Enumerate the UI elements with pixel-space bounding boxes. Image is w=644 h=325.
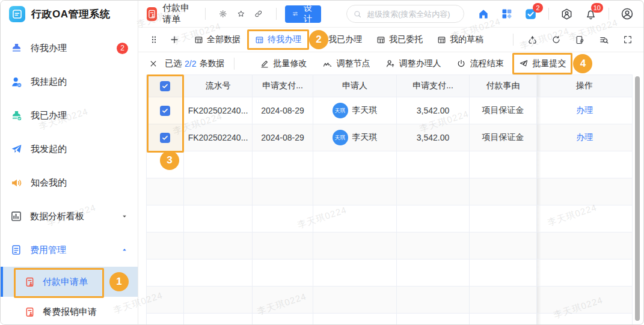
selected-count: 2/2 [185, 59, 196, 68]
column-header-applicant[interactable]: 申请人 [313, 75, 397, 97]
row-checkbox[interactable] [160, 106, 170, 116]
adjust-node-button[interactable]: 调整节点 [322, 58, 370, 69]
avatar-icon[interactable] [621, 7, 634, 20]
table-grid-icon [376, 35, 385, 44]
gear-icon[interactable] [219, 8, 227, 19]
search-icon [353, 10, 362, 19]
tab-my-done[interactable]: 我已办理 [316, 34, 362, 45]
empty-cell [397, 260, 470, 287]
date-cell: 2024-08-29 [253, 124, 313, 151]
empty-cell [147, 287, 184, 314]
grip-icon[interactable] [149, 35, 159, 44]
main-area: 付款申请单 设计 2 [138, 1, 643, 324]
empty-cell [313, 287, 397, 314]
view-tabbar: 全部数据 待我办理 2 我已办理 我已委托 我的草稿 [138, 28, 643, 52]
table-row[interactable]: FK202502240... 2024-08-29 天琪李天琪 3,542.00… [147, 97, 633, 124]
selected-prefix: 已选 [165, 58, 182, 69]
todo-count-badge: 2 [117, 43, 128, 54]
batch-submit-button[interactable]: 批量提交 4 [519, 58, 566, 69]
empty-cell [313, 260, 397, 287]
handle-link[interactable]: 办理 [576, 132, 593, 142]
row-checkbox[interactable] [160, 133, 170, 143]
sidebar-item-label: 我发起的 [31, 144, 67, 155]
empty-cell [397, 232, 470, 260]
sidebar-subitem-label: 付款申请单 [43, 276, 88, 288]
select-all-cell [147, 75, 184, 97]
select-all-checkbox[interactable] [160, 81, 170, 91]
sidebar-nav: 待我办理 2 我挂起的 我已办理 我发起的 知会我的 数据分析看板 [1, 27, 138, 325]
notification-badge: 10 [591, 3, 603, 13]
link-icon[interactable] [254, 8, 263, 19]
selected-suffix: 条数据 [199, 58, 224, 69]
topbar-icons: 2 10 [477, 7, 634, 20]
table-grid-icon [255, 35, 264, 44]
operation-cell: 办理 [537, 97, 633, 124]
refresh-icon[interactable] [551, 35, 561, 44]
sidebar-item-label: 我挂起的 [31, 76, 67, 88]
sidebar-item-suspended[interactable]: 我挂起的 [1, 65, 138, 99]
sidebar-item-meal-reimburse[interactable]: 餐费报销申请 [1, 297, 138, 325]
tab-my-drafts[interactable]: 我的草稿 [437, 34, 483, 45]
app-logo-icon [9, 6, 25, 22]
sidebar-item-todo[interactable]: 待我办理 2 [1, 31, 138, 65]
oa-app-window: 行政OA管理系统 待我办理 2 我挂起的 我已办理 我发起的 知会我 [0, 0, 644, 325]
page-title: 付款申请单 [162, 2, 197, 25]
column-header-pay-amount[interactable]: 申请支付... [397, 75, 470, 97]
sidebar-group-expense[interactable]: 费用管理 [1, 233, 138, 267]
search-input[interactable] [366, 9, 458, 19]
empty-cell [313, 178, 397, 205]
bell-icon[interactable]: 10 [584, 8, 597, 20]
sidebar-item-label: 我已办理 [31, 110, 67, 121]
recycle-icon[interactable] [527, 35, 538, 45]
sidebar-item-payment-request[interactable]: 付款申请单 1 [1, 267, 138, 297]
workbench-icon[interactable] [560, 8, 573, 20]
divider [276, 8, 277, 20]
empty-cell [147, 178, 184, 205]
empty-cell [537, 205, 633, 232]
empty-cell [184, 151, 253, 178]
batch-edit-button[interactable]: 批量修改 [260, 58, 307, 69]
sidebar-item-initiated[interactable]: 我发起的 [1, 132, 138, 166]
todo-check-icon[interactable]: 2 [524, 8, 537, 20]
empty-table-row [147, 260, 633, 287]
empty-cell [253, 287, 313, 314]
table-row[interactable]: FK202502240... 2024-08-29 天琪李天琪 3,542.00… [147, 124, 633, 151]
sidebar-item-done[interactable]: 我已办理 [1, 99, 138, 132]
stamp-icon [10, 42, 23, 55]
divider [548, 8, 549, 20]
table-vertical-scrollbar[interactable] [635, 76, 640, 321]
global-search[interactable] [346, 5, 464, 23]
home-icon[interactable] [477, 8, 489, 20]
add-view-icon[interactable] [170, 35, 179, 44]
empty-cell [184, 260, 253, 287]
empty-cell [470, 205, 537, 232]
column-header-operation[interactable]: 操作 [537, 75, 633, 97]
adjust-handler-button[interactable]: 调整办理人 [385, 58, 441, 69]
design-button[interactable]: 设计 [285, 5, 321, 23]
empty-cell [253, 314, 313, 325]
column-header-serial[interactable]: 流水号 [184, 75, 253, 97]
doc-link-icon[interactable] [575, 35, 585, 45]
empty-cell [147, 151, 184, 178]
clear-selection-icon[interactable] [149, 59, 158, 68]
apps-grid-icon[interactable] [501, 8, 513, 20]
tab-my-delegated[interactable]: 我已委托 [376, 34, 423, 45]
sidebar-item-notified[interactable]: 知会我的 [1, 166, 138, 199]
star-icon[interactable] [237, 8, 245, 19]
empty-cell [397, 205, 470, 232]
fullscreen-icon[interactable] [623, 35, 633, 44]
tab-all-data[interactable]: 全部数据 [194, 34, 241, 45]
check-icon [161, 107, 169, 115]
sidebar-item-dashboard[interactable]: 数据分析看板 [1, 199, 138, 233]
handle-link[interactable]: 办理 [576, 105, 593, 115]
amount-cell: 3,542.00 [397, 124, 470, 151]
tab-my-todo[interactable]: 待我办理 2 [255, 34, 301, 45]
date-cell: 2024-08-29 [253, 97, 313, 124]
empty-cell [184, 178, 253, 205]
column-header-pay-date[interactable]: 申请支付... [253, 75, 313, 97]
filter-search-icon[interactable] [599, 35, 609, 45]
end-process-button[interactable]: 流程结束 [456, 58, 503, 69]
column-header-reason[interactable]: 付款事由 [470, 75, 537, 97]
tutorial-step4-marker: 4 [573, 54, 592, 73]
row-select-cell [147, 124, 184, 151]
